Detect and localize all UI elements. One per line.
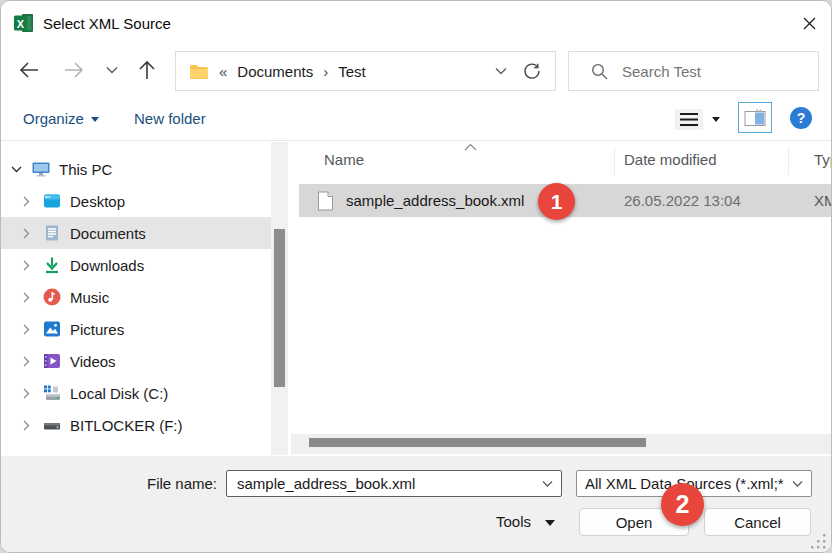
sidebar-scrollbar[interactable] bbox=[271, 142, 288, 455]
xml-file-icon bbox=[317, 191, 334, 211]
chevron-down-icon bbox=[91, 117, 99, 122]
tools-label: Tools bbox=[496, 513, 531, 530]
column-separator[interactable] bbox=[788, 147, 789, 175]
help-button[interactable]: ? bbox=[790, 107, 812, 129]
address-dropdown-chevron-icon[interactable] bbox=[495, 67, 507, 75]
question-mark-icon: ? bbox=[797, 110, 806, 126]
sidebar-item-label: Desktop bbox=[70, 193, 125, 210]
excel-icon: X bbox=[13, 12, 35, 34]
file-name-cell: sample_address_book.xml bbox=[346, 192, 524, 209]
column-header-date-modified[interactable]: Date modified bbox=[624, 141, 717, 179]
chevron-down-icon bbox=[792, 480, 803, 488]
preview-pane-icon bbox=[744, 109, 766, 127]
column-separator[interactable] bbox=[614, 147, 615, 175]
list-view-icon bbox=[675, 109, 703, 130]
sidebar-item-label: Downloads bbox=[70, 257, 144, 274]
sidebar-item-this-pc[interactable]: This PC bbox=[1, 153, 271, 185]
downloads-icon bbox=[42, 255, 62, 275]
cancel-button[interactable]: Cancel bbox=[704, 508, 811, 536]
open-label: Open bbox=[616, 514, 653, 531]
annotation-step-1: 1 bbox=[538, 183, 575, 220]
desktop-icon bbox=[42, 191, 62, 211]
sidebar-item-label: Documents bbox=[70, 225, 146, 242]
sidebar-item-label: BITLOCKER (F:) bbox=[70, 417, 183, 434]
tools-button[interactable]: Tools bbox=[463, 508, 555, 536]
collapsed-chevron-icon[interactable] bbox=[23, 356, 42, 367]
change-view-button[interactable] bbox=[675, 105, 727, 133]
title-bar: X Select XML Source bbox=[1, 1, 831, 47]
music-icon bbox=[42, 287, 62, 307]
sidebar-item-label: Videos bbox=[70, 353, 116, 370]
expanded-chevron-icon[interactable] bbox=[1, 166, 31, 173]
refresh-icon[interactable] bbox=[523, 62, 541, 80]
collapsed-chevron-icon[interactable] bbox=[23, 420, 42, 431]
recent-locations-chevron-icon[interactable] bbox=[101, 55, 123, 85]
column-header-name[interactable]: Name bbox=[324, 141, 364, 179]
main-area: This PC Desktop bbox=[1, 141, 831, 456]
this-pc-icon bbox=[31, 159, 51, 179]
list-horizontal-scrollbar[interactable] bbox=[291, 434, 832, 454]
sidebar-item-label: Local Disk (C:) bbox=[70, 385, 168, 402]
list-horizontal-scrollbar-thumb[interactable] bbox=[309, 438, 646, 447]
chevron-down-icon[interactable] bbox=[542, 480, 553, 488]
sidebar-item-label: Music bbox=[70, 289, 109, 306]
collapsed-chevron-icon[interactable] bbox=[23, 324, 42, 335]
cancel-label: Cancel bbox=[734, 514, 781, 531]
collapsed-chevron-icon[interactable] bbox=[23, 196, 42, 207]
sidebar-item-music[interactable]: Music bbox=[1, 281, 271, 313]
sidebar-item-pictures[interactable]: Pictures bbox=[1, 313, 271, 345]
annotation-step-2: 2 bbox=[661, 483, 704, 526]
collapsed-chevron-icon[interactable] bbox=[23, 228, 42, 239]
sidebar-item-videos[interactable]: Videos bbox=[1, 345, 271, 377]
chevron-down-icon bbox=[712, 117, 720, 122]
sort-ascending-icon bbox=[464, 143, 477, 151]
file-name-input[interactable] bbox=[235, 474, 529, 493]
sidebar-item-label: Pictures bbox=[70, 321, 124, 338]
collapsed-chevron-icon[interactable] bbox=[23, 292, 42, 303]
search-input[interactable] bbox=[620, 62, 794, 81]
dialog-title: Select XML Source bbox=[43, 1, 171, 46]
organize-button[interactable]: Organize bbox=[23, 97, 99, 140]
sidebar-scrollbar-thumb[interactable] bbox=[274, 229, 285, 387]
collapsed-chevron-icon[interactable] bbox=[23, 260, 42, 271]
sidebar-item-desktop[interactable]: Desktop bbox=[1, 185, 271, 217]
local-disk-icon bbox=[42, 383, 62, 403]
footer-panel: File name: All XML Data Sources (*.xml;*… bbox=[1, 456, 831, 552]
breadcrumb-separator: › bbox=[323, 63, 328, 80]
breadcrumb-item-documents[interactable]: Documents bbox=[237, 63, 313, 80]
sidebar-item-documents[interactable]: Documents bbox=[1, 217, 271, 249]
command-toolbar: Organize New folder ? bbox=[1, 97, 831, 141]
back-button[interactable] bbox=[14, 55, 44, 85]
sidebar-item-local-disk-c[interactable]: Local Disk (C:) bbox=[1, 377, 271, 409]
sidebar-item-bitlocker-f[interactable]: BITLOCKER (F:) bbox=[1, 409, 271, 441]
collapsed-chevron-icon[interactable] bbox=[23, 388, 42, 399]
file-name-label: File name: bbox=[1, 470, 217, 497]
chevron-down-icon bbox=[545, 520, 555, 526]
column-header-type[interactable]: Typ bbox=[814, 141, 832, 179]
close-icon[interactable] bbox=[795, 9, 823, 37]
resize-grip[interactable] bbox=[811, 534, 827, 549]
file-name-combobox bbox=[226, 470, 562, 497]
videos-icon bbox=[42, 351, 62, 371]
search-box bbox=[568, 51, 819, 91]
svg-text:X: X bbox=[17, 18, 25, 30]
sidebar-item-downloads[interactable]: Downloads bbox=[1, 249, 271, 281]
address-bar[interactable]: « Documents › Test bbox=[175, 51, 556, 91]
bitlocker-drive-icon bbox=[42, 415, 62, 435]
breadcrumb-overflow[interactable]: « bbox=[219, 63, 227, 80]
file-date-cell: 26.05.2022 13:04 bbox=[624, 192, 741, 209]
forward-button[interactable] bbox=[59, 55, 89, 85]
up-button[interactable] bbox=[132, 55, 162, 85]
folder-icon bbox=[189, 63, 209, 80]
new-folder-button[interactable]: New folder bbox=[134, 97, 206, 140]
file-type-cell: XM bbox=[814, 192, 832, 209]
breadcrumb-item-test[interactable]: Test bbox=[338, 63, 366, 80]
preview-pane-toggle[interactable] bbox=[738, 102, 772, 133]
search-icon bbox=[591, 63, 608, 80]
pictures-icon bbox=[42, 319, 62, 339]
documents-icon bbox=[42, 223, 62, 243]
new-folder-label: New folder bbox=[134, 110, 206, 127]
sidebar-item-label: This PC bbox=[59, 161, 112, 178]
organize-label: Organize bbox=[23, 110, 84, 127]
select-xml-source-dialog: X Select XML Source « Documents › Test bbox=[0, 0, 832, 553]
